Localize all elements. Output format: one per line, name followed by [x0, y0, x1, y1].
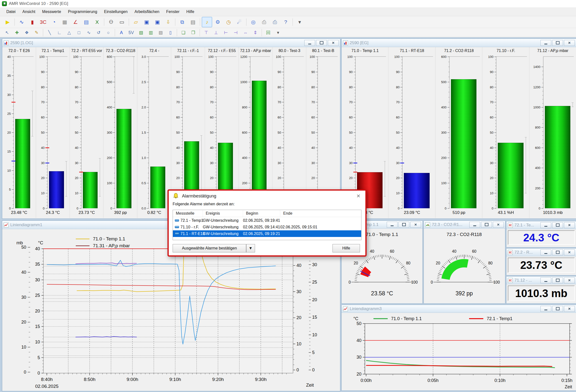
zoom-document-icon[interactable]: ◎ — [248, 17, 259, 27]
image-icon[interactable]: ▧ — [136, 29, 146, 37]
same-height-icon[interactable]: ⇕ — [251, 29, 260, 37]
export-txt-icon[interactable]: ▤ — [188, 17, 198, 27]
window-titlebar[interactable]: Liniendiagramm3 × — [342, 305, 576, 313]
minimize-button[interactable] — [304, 40, 315, 46]
maximize-button[interactable] — [399, 222, 409, 228]
close-button[interactable]: × — [564, 306, 575, 312]
close-button[interactable]: × — [328, 40, 339, 46]
text-tool-icon[interactable]: A — [117, 29, 126, 37]
close-button[interactable]: × — [410, 222, 421, 228]
table-icon[interactable]: ▦ — [59, 17, 70, 27]
fit-frame-icon[interactable]: 回 — [264, 29, 273, 37]
menu-item-programmierung[interactable]: Programmierung — [64, 8, 101, 15]
menu-item-einstellungen[interactable]: Einstellungen — [101, 8, 131, 15]
confirm-alarms-button[interactable]: Ausgewählte Alarme bestätigen — [173, 244, 246, 252]
toolbar-overflow-icon[interactable]: ▾ — [294, 17, 305, 27]
datalogger-icon[interactable]: ▭ — [117, 17, 127, 27]
import-icon[interactable]: ⇩ — [163, 17, 173, 27]
overflow-icon[interactable]: ▾ — [273, 29, 283, 37]
ellipse-tool-icon[interactable]: ○ — [104, 29, 113, 37]
projector-icon[interactable]: ☄ — [234, 17, 244, 27]
menu-item-hilfe[interactable]: Hilfe — [183, 8, 198, 15]
node-edit-icon[interactable]: ✚ — [12, 29, 22, 37]
value-field-icon[interactable]: 5V — [127, 29, 136, 37]
dialog-close-icon[interactable]: ✕ — [355, 193, 361, 199]
image-frame-icon[interactable]: ▥ — [146, 29, 155, 37]
align-right-icon[interactable]: ⊣ — [231, 29, 240, 37]
app-titlebar[interactable]: AMR WinControl 10 - 2590 [EG] — [0, 0, 576, 7]
close-button[interactable]: × — [564, 277, 575, 283]
minimize-button[interactable] — [541, 249, 551, 255]
close-button[interactable]: × — [564, 222, 575, 228]
same-width-icon[interactable]: ⇔ — [241, 29, 250, 37]
opc-icon[interactable]: Ꝋ — [106, 17, 116, 27]
maximize-button[interactable] — [316, 40, 327, 46]
alarm-row[interactable]: 72.1 - Temp1GW-Unterschreitung02.06.2025… — [173, 217, 361, 224]
align-top-icon[interactable]: ⊤ — [202, 29, 211, 37]
window-titlebar[interactable]: 3C 72.2 - R... × — [506, 248, 576, 256]
window-titlebar[interactable]: 2590 [EG] × — [342, 39, 576, 47]
menu-item-messwerte[interactable]: Messwerte — [39, 8, 64, 15]
maximize-button[interactable] — [552, 249, 563, 255]
group-icon[interactable]: ❏ — [179, 29, 188, 37]
context-help-icon[interactable]: ? — [281, 17, 291, 27]
menu-item-arbeitsflächen[interactable]: Arbeitsflächen — [131, 8, 163, 15]
align-left-icon[interactable]: ⊢ — [221, 29, 230, 37]
minimize-button[interactable] — [541, 222, 551, 228]
polyline-tool-icon[interactable]: ∟ — [55, 29, 64, 37]
save-icon[interactable]: ▣ — [142, 17, 152, 27]
transfer-settings-icon[interactable]: ⚙ — [213, 17, 223, 27]
print-icon[interactable]: ⎙ — [270, 17, 280, 27]
maximize-button[interactable] — [481, 222, 492, 228]
maximize-button[interactable] — [552, 222, 563, 228]
minimize-button[interactable] — [387, 222, 398, 228]
open-folder-icon[interactable]: ▱ — [131, 17, 141, 27]
menu-item-fenster[interactable]: Fenster — [163, 8, 183, 15]
confirm-alarms-dropdown[interactable]: ▼ — [246, 244, 255, 252]
minimize-button[interactable] — [541, 277, 551, 283]
copy-icon[interactable]: ⧉ — [177, 17, 187, 27]
maximize-button[interactable] — [552, 40, 563, 46]
close-button[interactable]: × — [564, 249, 575, 255]
spiral-tool-icon[interactable]: ↺ — [94, 29, 103, 37]
gauge-icon[interactable]: ◔ — [49, 17, 59, 27]
line-chart-icon[interactable]: ∿ — [16, 17, 27, 27]
window-titlebar[interactable]: 3C 71.12 - ... × — [506, 276, 576, 284]
xy-chart-icon[interactable]: ∠ — [70, 17, 81, 27]
minimize-button[interactable] — [541, 40, 551, 46]
start-icon[interactable]: ▶ — [2, 17, 13, 27]
alarm-row[interactable]: 71.10 - r.F.GW-Unterschreitung02.06.2025… — [173, 224, 361, 230]
align-bottom-icon[interactable]: ⊥ — [211, 29, 221, 37]
maximize-button[interactable] — [552, 306, 563, 312]
select-cursor-icon[interactable]: ↖ — [2, 29, 12, 37]
menu-item-datei[interactable]: Datei — [3, 8, 19, 15]
minimize-button[interactable] — [469, 222, 480, 228]
timer-clock-icon[interactable]: ◷ — [223, 17, 234, 27]
maximize-button[interactable] — [552, 277, 563, 283]
close-button[interactable]: × — [493, 222, 504, 228]
reshape-icon[interactable]: ❖ — [22, 29, 31, 37]
curve-tool-icon[interactable]: ∿ — [84, 29, 93, 37]
chart-object-icon[interactable]: ▨ — [156, 29, 165, 37]
switch-object-icon[interactable]: ▯ — [166, 29, 175, 37]
help-button[interactable]: Hilfe — [333, 244, 360, 252]
menu-item-ansicht[interactable]: Ansicht — [19, 8, 38, 15]
alarm-list[interactable]: MessstelleEreignisBeginnEnde72.1 - Temp1… — [173, 210, 361, 240]
window-titlebar[interactable]: 72.3 - CO2-R1... × — [424, 221, 505, 229]
print-preview-icon[interactable]: ⎙ — [259, 17, 269, 27]
excel-export-icon[interactable]: X — [92, 17, 102, 27]
window-titlebar[interactable]: 3C 72.1 - Te... × — [506, 221, 576, 229]
save-project-icon[interactable]: ▣ — [152, 17, 163, 27]
bar-chart-icon[interactable]: ▮ — [27, 17, 37, 27]
alarm-bell-icon[interactable]: ♪ — [202, 17, 212, 27]
close-button[interactable]: × — [564, 40, 575, 46]
minimize-button[interactable] — [541, 306, 551, 312]
line-tool-icon[interactable]: ╲ — [45, 29, 54, 37]
rectangle-tool-icon[interactable]: □ — [74, 29, 84, 37]
digital-display-icon[interactable]: 3C — [38, 17, 48, 27]
window-titlebar[interactable]: 2590 [1.OG] × — [2, 39, 340, 47]
pencil-icon[interactable]: ✎ — [32, 29, 41, 37]
notes-icon[interactable]: ▤ — [81, 17, 91, 27]
alarm-row[interactable]: 71.1 - RT-E18GW-Unterschreitung02.06.202… — [173, 230, 361, 237]
triangle-tool-icon[interactable]: △ — [64, 29, 74, 37]
